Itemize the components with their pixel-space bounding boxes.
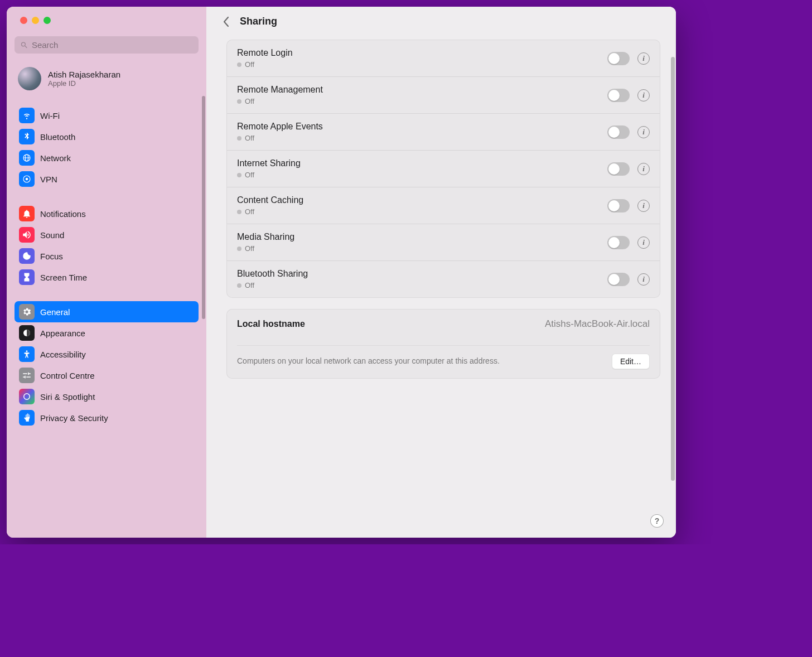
status-dot-icon xyxy=(237,247,241,251)
hand-icon xyxy=(19,410,35,426)
service-row-content-caching: Content Caching Off i xyxy=(227,187,660,224)
sidebar-item-label: Bluetooth xyxy=(40,132,75,142)
sidebar-item-label: Sound xyxy=(40,230,64,240)
sidebar-item-label: Focus xyxy=(40,252,63,261)
service-status: Off xyxy=(245,244,254,253)
svg-point-7 xyxy=(24,394,30,400)
sidebar-item-appearance[interactable]: Appearance xyxy=(14,322,199,344)
sidebar-item-label: VPN xyxy=(40,175,57,184)
sidebar-item-label: General xyxy=(40,307,70,317)
user-name: Atish Rajasekharan xyxy=(48,70,120,79)
sliders-icon xyxy=(19,368,35,383)
user-subtitle: Apple ID xyxy=(48,79,120,88)
info-icon[interactable]: i xyxy=(637,126,650,138)
service-title: Bluetooth Sharing xyxy=(237,269,607,279)
service-status: Off xyxy=(245,281,254,289)
main-scrollbar[interactable] xyxy=(671,57,675,481)
sidebar-item-focus[interactable]: Focus xyxy=(14,245,199,267)
service-status: Off xyxy=(245,134,254,142)
service-row-remote-login: Remote Login Off i xyxy=(227,40,660,77)
service-row-remote-management: Remote Management Off i xyxy=(227,77,660,114)
content-scroll: Remote Login Off i Remote Management Off… xyxy=(206,36,676,538)
info-icon[interactable]: i xyxy=(637,273,650,286)
hostname-description: Computers on your local network can acce… xyxy=(237,356,500,367)
sidebar-item-network[interactable]: Network xyxy=(14,147,199,168)
info-icon[interactable]: i xyxy=(637,89,650,102)
sidebar-item-label: Appearance xyxy=(40,328,85,338)
service-title: Remote Apple Events xyxy=(237,122,607,132)
sidebar-item-general[interactable]: General xyxy=(14,301,199,322)
sidebar-item-notifications[interactable]: Notifications xyxy=(14,203,199,224)
sidebar-item-label: Accessibility xyxy=(40,350,86,359)
sidebar-item-privacy-security[interactable]: Privacy & Security xyxy=(14,407,199,428)
service-title: Internet Sharing xyxy=(237,158,607,168)
status-dot-icon xyxy=(237,283,241,288)
status-dot-icon xyxy=(237,62,241,67)
page-title: Sharing xyxy=(240,16,277,27)
edit-hostname-button[interactable]: Edit… xyxy=(612,354,650,369)
sidebar-item-label: Wi-Fi xyxy=(40,111,60,120)
sidebar-item-label: Notifications xyxy=(40,209,86,219)
sidebar-item-label: Control Centre xyxy=(40,371,95,380)
toggle-media-sharing[interactable] xyxy=(607,236,630,249)
service-title: Media Sharing xyxy=(237,232,607,242)
status-dot-icon xyxy=(237,210,241,214)
moon-icon xyxy=(19,248,35,264)
siri-icon xyxy=(19,389,35,404)
toggle-bluetooth-sharing[interactable] xyxy=(607,273,630,286)
help-button[interactable]: ? xyxy=(650,514,664,528)
vpn-icon xyxy=(19,171,35,187)
info-icon[interactable]: i xyxy=(637,236,650,249)
main-header: Sharing xyxy=(206,7,676,36)
search-input[interactable] xyxy=(32,40,193,50)
info-icon[interactable]: i xyxy=(637,52,650,65)
apple-id-row[interactable]: Atish Rajasekharan Apple ID xyxy=(14,65,199,93)
sidebar-item-siri-spotlight[interactable]: Siri & Spotlight xyxy=(14,386,199,407)
window-controls xyxy=(20,17,206,24)
sidebar-item-accessibility[interactable]: Accessibility xyxy=(14,344,199,365)
sidebar-item-vpn[interactable]: VPN xyxy=(14,168,199,190)
sidebar-item-bluetooth[interactable]: Bluetooth xyxy=(14,126,199,147)
svg-point-6 xyxy=(26,350,28,352)
search-box[interactable] xyxy=(14,36,199,54)
back-button[interactable] xyxy=(222,16,230,27)
service-title: Remote Login xyxy=(237,48,607,58)
gear-icon xyxy=(19,304,35,320)
search-icon xyxy=(20,41,28,50)
sidebar-item-wifi[interactable]: Wi-Fi xyxy=(14,105,199,126)
close-window-button[interactable] xyxy=(20,17,27,24)
toggle-remote-management[interactable] xyxy=(607,89,630,102)
toggle-remote-apple-events[interactable] xyxy=(607,125,630,139)
svg-point-4 xyxy=(26,178,28,181)
globe-icon xyxy=(19,150,35,166)
accessibility-icon xyxy=(19,346,35,362)
sidebar-item-screen-time[interactable]: Screen Time xyxy=(14,267,199,288)
service-title: Remote Management xyxy=(237,85,607,95)
service-status: Off xyxy=(245,171,254,179)
service-row-internet-sharing: Internet Sharing Off i xyxy=(227,151,660,187)
service-row-media-sharing: Media Sharing Off i xyxy=(227,224,660,261)
status-dot-icon xyxy=(237,99,241,104)
maximize-window-button[interactable] xyxy=(44,17,51,24)
bell-icon xyxy=(19,206,35,221)
nav-group-network: Wi-Fi Bluetooth Network VPN xyxy=(14,105,199,190)
toggle-remote-login[interactable] xyxy=(607,52,630,65)
sidebar-item-control-centre[interactable]: Control Centre xyxy=(14,365,199,386)
speaker-icon xyxy=(19,227,35,243)
wifi-icon xyxy=(19,108,35,123)
sidebar-scrollbar[interactable] xyxy=(202,96,205,319)
toggle-content-caching[interactable] xyxy=(607,199,630,212)
sidebar-item-label: Privacy & Security xyxy=(40,413,108,423)
hostname-label: Local hostname xyxy=(237,319,305,329)
sidebar-item-label: Screen Time xyxy=(40,273,87,282)
sidebar-item-sound[interactable]: Sound xyxy=(14,224,199,245)
info-icon[interactable]: i xyxy=(637,163,650,175)
info-icon[interactable]: i xyxy=(637,200,650,212)
hostname-value: Atishs-MacBook-Air.local xyxy=(545,318,650,330)
hourglass-icon xyxy=(19,269,35,285)
avatar xyxy=(18,67,41,90)
sidebar-item-label: Siri & Spotlight xyxy=(40,392,95,402)
minimize-window-button[interactable] xyxy=(32,17,39,24)
toggle-internet-sharing[interactable] xyxy=(607,162,630,176)
services-panel: Remote Login Off i Remote Management Off… xyxy=(226,40,660,298)
